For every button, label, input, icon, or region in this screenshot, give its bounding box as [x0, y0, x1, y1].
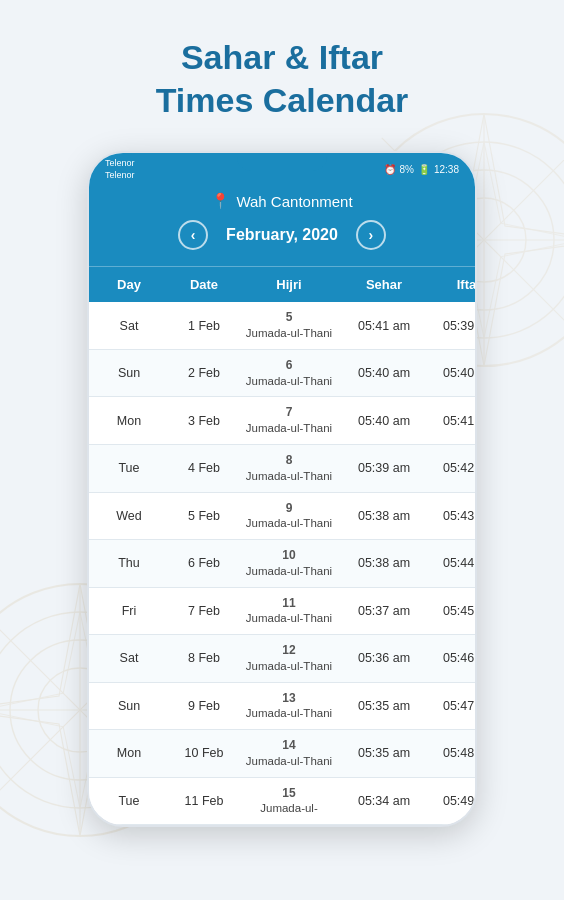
- battery-icon: 🔋: [418, 164, 430, 175]
- hijri-number: 6: [286, 358, 293, 374]
- table-row: Wed 5 Feb 9 Jumada-ul-Thani 05:38 am 05:…: [89, 493, 475, 541]
- cell-iftar: 05:39 pm: [429, 302, 475, 349]
- month-label: February, 2020: [226, 226, 338, 244]
- hijri-name: Jumada-ul-Thani: [246, 659, 332, 674]
- prev-month-button[interactable]: ‹: [178, 220, 208, 250]
- cell-iftar: 05:42 pm: [429, 445, 475, 492]
- cell-sehar: 05:38 am: [339, 540, 429, 587]
- cell-iftar: 05:40 pm: [429, 350, 475, 397]
- cell-sehar: 05:35 am: [339, 730, 429, 777]
- table-row: Fri 7 Feb 11 Jumada-ul-Thani 05:37 am 05…: [89, 588, 475, 636]
- cell-sehar: 05:40 am: [339, 397, 429, 444]
- hijri-number: 12: [282, 643, 295, 659]
- hijri-name: Jumada-ul-: [260, 801, 318, 816]
- cell-date: 6 Feb: [169, 540, 239, 587]
- table-row: Mon 10 Feb 14 Jumada-ul-Thani 05:35 am 0…: [89, 730, 475, 778]
- next-month-button[interactable]: ›: [356, 220, 386, 250]
- page-title: Sahar & Iftar Times Calendar: [0, 0, 564, 141]
- col-header-date: Date: [169, 267, 239, 302]
- cell-date: 2 Feb: [169, 350, 239, 397]
- phone-frame: Telenor Telenor ⏰ 8% 🔋 12:38 📍 Wah Canto…: [87, 151, 477, 827]
- col-header-hijri: Hijri: [239, 267, 339, 302]
- cell-sehar: 05:40 am: [339, 350, 429, 397]
- col-header-sehar: Sehar: [339, 267, 429, 302]
- cell-sehar: 05:41 am: [339, 302, 429, 349]
- cell-date: 9 Feb: [169, 683, 239, 730]
- hijri-name: Jumada-ul-Thani: [246, 706, 332, 721]
- cell-day: Mon: [89, 397, 169, 444]
- cell-sehar: 05:36 am: [339, 635, 429, 682]
- cell-sehar: 05:38 am: [339, 493, 429, 540]
- notch: [237, 153, 327, 171]
- cell-day: Fri: [89, 588, 169, 635]
- cell-date: 5 Feb: [169, 493, 239, 540]
- cell-day: Tue: [89, 445, 169, 492]
- hijri-name: Jumada-ul-Thani: [246, 611, 332, 626]
- status-bar: Telenor Telenor ⏰ 8% 🔋 12:38: [89, 153, 475, 184]
- cell-date: 7 Feb: [169, 588, 239, 635]
- table-row: Sun 9 Feb 13 Jumada-ul-Thani 05:35 am 05…: [89, 683, 475, 731]
- cell-day: Sat: [89, 302, 169, 349]
- cell-hijri: 6 Jumada-ul-Thani: [239, 350, 339, 397]
- hijri-number: 8: [286, 453, 293, 469]
- table-body: Sat 1 Feb 5 Jumada-ul-Thani 05:41 am 05:…: [89, 302, 475, 825]
- cell-hijri: 5 Jumada-ul-Thani: [239, 302, 339, 349]
- cell-hijri: 13 Jumada-ul-Thani: [239, 683, 339, 730]
- cell-day: Sun: [89, 683, 169, 730]
- cell-iftar: 05:41 pm: [429, 397, 475, 444]
- table-row: Sat 8 Feb 12 Jumada-ul-Thani 05:36 am 05…: [89, 635, 475, 683]
- cell-iftar: 05:44 pm: [429, 540, 475, 587]
- cell-date: 3 Feb: [169, 397, 239, 444]
- col-header-iftar: Iftar: [429, 267, 477, 302]
- hijri-number: 14: [282, 738, 295, 754]
- cell-sehar: 05:39 am: [339, 445, 429, 492]
- cell-hijri: 7 Jumada-ul-Thani: [239, 397, 339, 444]
- cell-date: 4 Feb: [169, 445, 239, 492]
- table-row: Sat 1 Feb 5 Jumada-ul-Thani 05:41 am 05:…: [89, 302, 475, 350]
- table-row: Tue 11 Feb 15 Jumada-ul- 05:34 am 05:49 …: [89, 778, 475, 826]
- cell-iftar: 05:46 pm: [429, 635, 475, 682]
- table-row: Sun 2 Feb 6 Jumada-ul-Thani 05:40 am 05:…: [89, 350, 475, 398]
- cell-day: Mon: [89, 730, 169, 777]
- hijri-number: 13: [282, 691, 295, 707]
- cell-sehar: 05:34 am: [339, 778, 429, 825]
- cell-day: Sun: [89, 350, 169, 397]
- hijri-name: Jumada-ul-Thani: [246, 469, 332, 484]
- cell-hijri: 11 Jumada-ul-Thani: [239, 588, 339, 635]
- hijri-name: Jumada-ul-Thani: [246, 516, 332, 531]
- battery-level: 8%: [400, 164, 414, 175]
- cell-hijri: 8 Jumada-ul-Thani: [239, 445, 339, 492]
- hijri-number: 11: [282, 596, 295, 612]
- cell-day: Wed: [89, 493, 169, 540]
- clock-time: 12:38: [434, 164, 459, 175]
- hijri-name: Jumada-ul-Thani: [246, 374, 332, 389]
- hijri-number: 9: [286, 501, 293, 517]
- app-header: 📍 Wah Cantonment ‹ February, 2020 ›: [89, 184, 475, 266]
- hijri-name: Jumada-ul-Thani: [246, 326, 332, 341]
- cell-sehar: 05:37 am: [339, 588, 429, 635]
- alarm-icon: ⏰: [384, 164, 396, 175]
- hijri-name: Jumada-ul-Thani: [246, 754, 332, 769]
- hijri-name: Jumada-ul-Thani: [246, 421, 332, 436]
- phone-wrapper: Telenor Telenor ⏰ 8% 🔋 12:38 📍 Wah Canto…: [0, 151, 564, 827]
- table-row: Thu 6 Feb 10 Jumada-ul-Thani 05:38 am 05…: [89, 540, 475, 588]
- carrier-info: Telenor Telenor: [105, 158, 135, 181]
- cell-iftar: 05:48 pm: [429, 730, 475, 777]
- cell-date: 10 Feb: [169, 730, 239, 777]
- cell-iftar: 05:43 pm: [429, 493, 475, 540]
- cell-sehar: 05:35 am: [339, 683, 429, 730]
- hijri-number: 10: [282, 548, 295, 564]
- cell-day: Sat: [89, 635, 169, 682]
- table-row: Tue 4 Feb 8 Jumada-ul-Thani 05:39 am 05:…: [89, 445, 475, 493]
- cell-day: Thu: [89, 540, 169, 587]
- cell-hijri: 10 Jumada-ul-Thani: [239, 540, 339, 587]
- location-row: 📍 Wah Cantonment: [105, 192, 459, 210]
- cell-iftar: 05:49 pm: [429, 778, 475, 825]
- cell-hijri: 15 Jumada-ul-: [239, 778, 339, 825]
- cell-iftar: 05:47 pm: [429, 683, 475, 730]
- status-right: ⏰ 8% 🔋 12:38: [384, 164, 459, 175]
- cell-date: 11 Feb: [169, 778, 239, 825]
- table-row: Mon 3 Feb 7 Jumada-ul-Thani 05:40 am 05:…: [89, 397, 475, 445]
- cell-date: 1 Feb: [169, 302, 239, 349]
- cell-hijri: 12 Jumada-ul-Thani: [239, 635, 339, 682]
